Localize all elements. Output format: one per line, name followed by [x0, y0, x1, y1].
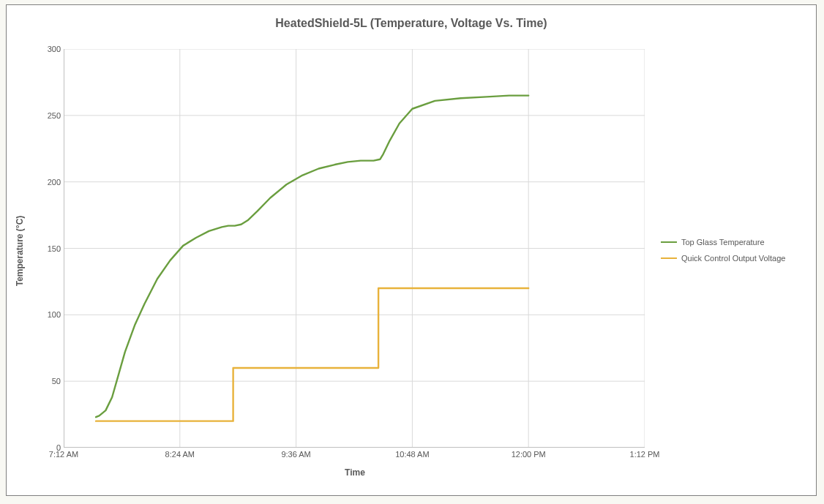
legend-swatch-1: [661, 257, 677, 259]
x-ticks: 7:12 AM8:24 AM9:36 AM10:48 AM12:00 PM1:1…: [64, 450, 645, 463]
y-tick-label: 250: [36, 111, 61, 120]
y-tick-label: 150: [36, 244, 61, 253]
x-axis-label: Time: [7, 467, 703, 478]
y-tick-label: 300: [36, 45, 61, 53]
x-tick-label: 9:36 AM: [281, 450, 310, 459]
plot-svg: [64, 49, 645, 448]
y-ticks: 050100150200250300: [36, 49, 61, 448]
x-tick-label: 1:12 PM: [630, 450, 660, 459]
legend-swatch-0: [661, 241, 677, 243]
x-tick-label: 7:12 AM: [49, 450, 78, 459]
y-tick-label: 200: [36, 178, 61, 187]
x-tick-label: 12:00 PM: [512, 450, 546, 459]
plot-area: [64, 49, 645, 448]
legend-item-1: Quick Control Output Voltage: [661, 254, 807, 263]
x-tick-label: 8:24 AM: [165, 450, 195, 459]
x-tick-label: 10:48 AM: [395, 450, 429, 459]
y-axis-label: Temperature (°C): [12, 5, 27, 497]
y-tick-label: 50: [36, 377, 61, 385]
chart-frame: HeatedShield-5L (Temperature, Voltage Vs…: [6, 4, 817, 496]
legend-label-1: Quick Control Output Voltage: [681, 254, 785, 263]
legend-item-0: Top Glass Temperature: [661, 238, 807, 247]
y-tick-label: 100: [36, 310, 61, 319]
legend-label-0: Top Glass Temperature: [681, 238, 765, 247]
legend: Top Glass Temperature Quick Control Outp…: [661, 5, 807, 495]
